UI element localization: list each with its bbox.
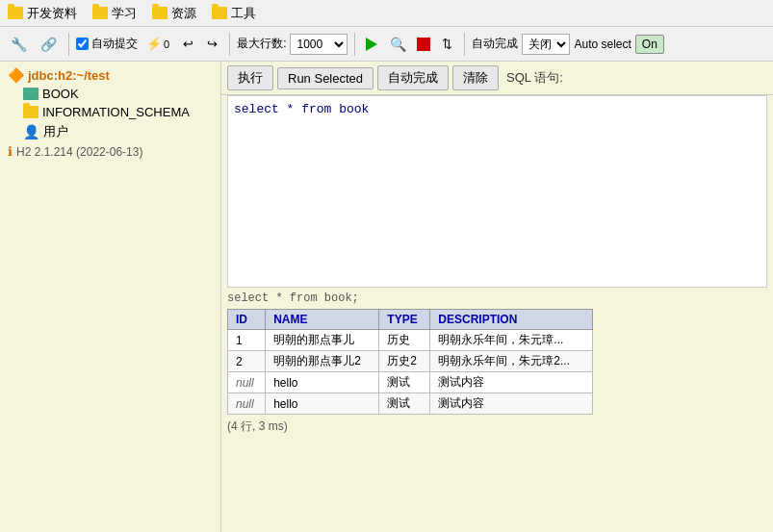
right-panel: 执行 Run Selected 自动完成 清除 SQL 语句: select *… <box>221 62 773 532</box>
folder-icon-4 <box>212 7 227 19</box>
editor-toolbar: 执行 Run Selected 自动完成 清除 SQL 语句: <box>221 62 773 95</box>
undo-icon: ↩ <box>183 37 193 51</box>
sort-icon: ⇅ <box>442 37 452 51</box>
max-rows-select[interactable]: 100 500 1000 5000 10000 <box>290 34 348 55</box>
stop-icon <box>417 38 430 51</box>
db-connection-icon: 🔶 <box>8 67 24 83</box>
results-panel: select * from book; ID NAME TYPE DESCRIP… <box>221 291 773 532</box>
find-button[interactable]: 🔍 <box>385 34 410 55</box>
icon-btn-2[interactable]: ↩ <box>178 34 198 54</box>
connection-button[interactable]: 🔗 <box>36 34 62 55</box>
results-table: ID NAME TYPE DESCRIPTION 1明朝的那点事儿历史明朝永乐年… <box>227 309 593 415</box>
cell-name: hello <box>266 393 379 415</box>
sidebar-version-label: H2 2.1.214 (2022-06-13) <box>16 145 142 159</box>
icon-btn-1[interactable]: ⚡ 0 <box>142 34 174 54</box>
cell-description: 明朝永乐年间，朱元璋2... <box>430 351 593 372</box>
users-icon: 👤 <box>23 124 39 139</box>
icon-btn-3[interactable]: ↪ <box>202 34 222 54</box>
menu-learning-label: 学习 <box>112 5 137 22</box>
sql-label: SQL 语句: <box>506 69 563 87</box>
auto-select-toggle[interactable]: On <box>635 35 664 54</box>
auto-commit-checkbox[interactable] <box>76 38 89 50</box>
play-icon <box>366 38 377 51</box>
table-header-row: ID NAME TYPE DESCRIPTION <box>228 310 593 330</box>
menu-dev-resources[interactable]: 开发资料 <box>8 5 77 22</box>
separator-2 <box>229 33 230 56</box>
cell-type: 历史2 <box>379 351 430 372</box>
stop-button[interactable] <box>414 35 433 54</box>
lightning-icon: ⚡ <box>146 37 162 51</box>
auto-commit-text: 自动提交 <box>91 36 138 52</box>
separator-4 <box>464 33 465 56</box>
table-row: 1明朝的那点事儿历史明朝永乐年间，朱元璋... <box>228 330 593 351</box>
cell-type: 测试 <box>379 393 430 415</box>
connection-icon: 🔗 <box>40 37 57 52</box>
folder-icon <box>8 7 23 19</box>
auto-commit-label[interactable]: 自动提交 <box>76 36 138 52</box>
wrench-icon: 🔧 <box>11 37 27 52</box>
separator-3 <box>354 33 355 56</box>
col-header-id: ID <box>228 310 266 330</box>
separator-1 <box>68 33 69 56</box>
sidebar-version: ℹ H2 2.1.214 (2022-06-13) <box>4 142 217 161</box>
sidebar-item-users[interactable]: 👤 用户 <box>4 121 217 142</box>
menu-learning[interactable]: 学习 <box>92 5 137 22</box>
sidebar-connection[interactable]: 🔶 jdbc:h2:~/test <box>4 65 217 85</box>
sidebar: 🔶 jdbc:h2:~/test BOOK INFORMATION_SCHEMA… <box>0 62 221 532</box>
cell-id: null <box>228 393 266 415</box>
folder-icon-2 <box>92 7 108 19</box>
menu-tools[interactable]: 工具 <box>212 5 256 22</box>
run-selected-button[interactable]: Run Selected <box>277 67 374 89</box>
sidebar-connection-label: jdbc:h2:~/test <box>28 68 110 83</box>
clear-button[interactable]: 清除 <box>452 65 499 90</box>
col-header-name: NAME <box>266 310 379 330</box>
results-query: select * from book; <box>227 291 767 305</box>
menu-resources-label: 资源 <box>171 5 196 22</box>
table-row: 2明朝的那点事儿2历史2明朝永乐年间，朱元璋2... <box>228 351 593 372</box>
run-sql-button[interactable]: 执行 <box>227 65 273 90</box>
db-version-icon: ℹ <box>8 144 13 159</box>
autocomplete-select[interactable]: 关闭 <box>522 34 570 55</box>
folder-icon-3 <box>152 7 167 19</box>
autocomplete-toolbar-label: 自动完成 <box>472 36 518 52</box>
sql-content: select * from book <box>234 102 369 116</box>
cell-description: 测试内容 <box>430 393 593 415</box>
sort-button[interactable]: ⇅ <box>437 34 457 54</box>
table-icon <box>23 88 39 100</box>
sidebar-item-book[interactable]: BOOK <box>4 85 217 103</box>
cell-id: null <box>228 372 266 393</box>
redo-icon: ↪ <box>207 37 218 51</box>
autocomplete-button[interactable]: 自动完成 <box>377 65 449 90</box>
auto-select-label: Auto select <box>574 38 631 51</box>
sidebar-item-info-schema[interactable]: INFORMATION_SCHEMA <box>4 103 217 121</box>
cell-name: 明朝的那点事儿2 <box>266 351 379 372</box>
menu-dev-resources-label: 开发资料 <box>27 5 77 22</box>
info-schema-folder-icon <box>23 106 39 118</box>
menu-resources[interactable]: 资源 <box>152 5 196 22</box>
cell-name: hello <box>266 372 379 393</box>
row-count: (4 行, 3 ms) <box>227 418 767 435</box>
table-row: nullhello测试测试内容 <box>228 393 593 415</box>
sidebar-users-label: 用户 <box>43 123 68 140</box>
menu-bar: 开发资料 学习 资源 工具 <box>0 0 773 27</box>
cell-type: 测试 <box>379 372 430 393</box>
sql-editor[interactable]: select * from book <box>227 95 767 288</box>
sidebar-info-schema-label: INFORMATION_SCHEMA <box>42 105 190 119</box>
cell-id: 2 <box>228 351 266 372</box>
menu-tools-label: 工具 <box>231 5 256 22</box>
sidebar-book-label: BOOK <box>42 87 79 101</box>
run-button[interactable] <box>362 35 381 54</box>
toolbar: 🔧 🔗 自动提交 ⚡ 0 ↩ ↪ 最大行数: 100 500 1000 5000… <box>0 27 773 62</box>
col-header-description: DESCRIPTION <box>430 310 593 330</box>
cell-id: 1 <box>228 330 266 351</box>
cell-name: 明朝的那点事儿 <box>266 330 379 351</box>
max-rows-label: 最大行数: <box>237 36 286 52</box>
main-content: 🔶 jdbc:h2:~/test BOOK INFORMATION_SCHEMA… <box>0 62 773 532</box>
search-icon: 🔍 <box>390 37 405 52</box>
wrench-button[interactable]: 🔧 <box>6 34 32 55</box>
table-row: nullhello测试测试内容 <box>228 372 593 393</box>
cell-description: 测试内容 <box>430 372 593 393</box>
zero-label: 0 <box>164 38 169 50</box>
col-header-type: TYPE <box>379 310 430 330</box>
cell-type: 历史 <box>379 330 430 351</box>
